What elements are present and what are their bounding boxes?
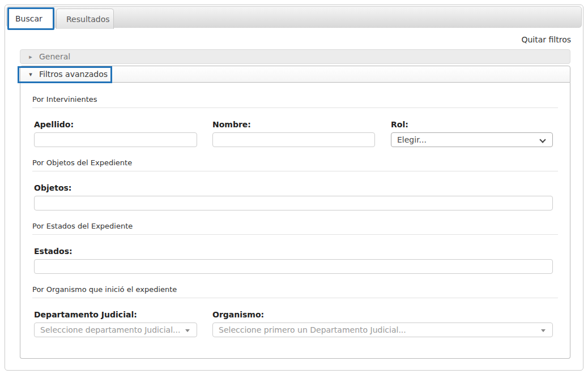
apellido-field-group: Apellido: xyxy=(34,108,197,147)
tab-buscar-label: Buscar xyxy=(15,14,42,23)
organismo-select[interactable]: Seleccione primero un Departamento Judic… xyxy=(212,323,553,337)
accordion-filtros-label: Filtros avanzados xyxy=(39,70,108,79)
estados-field-group: Estados: xyxy=(34,247,553,274)
chevron-down-icon xyxy=(539,136,546,143)
departamento-placeholder: Seleccione departamento Judicial... xyxy=(40,325,180,334)
tab-bar: Buscar Resultados xyxy=(6,6,582,28)
dropdown-arrow-icon xyxy=(541,329,546,332)
nombre-field-group: Nombre: xyxy=(212,108,375,147)
dropdown-arrow-icon xyxy=(185,329,190,332)
nombre-label: Nombre: xyxy=(212,120,375,129)
apellido-label: Apellido: xyxy=(34,120,197,129)
organismo-field-group: Organismo: Seleccione primero un Departa… xyxy=(212,298,553,337)
organismo-fields-row: Departamento Judicial: Seleccione depart… xyxy=(34,298,558,337)
accordion-header-filtros-avanzados[interactable]: ▾ Filtros avanzados xyxy=(20,66,570,83)
tab-resultados-label: Resultados xyxy=(66,15,110,24)
departamento-field-group: Departamento Judicial: Seleccione depart… xyxy=(34,298,197,337)
tab-resultados[interactable]: Resultados xyxy=(56,8,114,29)
group-title-intervinientes: Por Intervinientes xyxy=(32,95,558,108)
apellido-input[interactable] xyxy=(34,132,197,147)
chevron-down-icon: ▾ xyxy=(27,71,34,78)
filtros-avanzados-panel: Por Intervinientes Apellido: Nombre: Rol… xyxy=(20,83,570,359)
accordion-general-label: General xyxy=(39,52,70,61)
objetos-label: Objetos: xyxy=(34,183,553,192)
departamento-judicial-select[interactable]: Seleccione departamento Judicial... xyxy=(34,323,197,337)
estados-input[interactable] xyxy=(34,259,553,274)
estados-label: Estados: xyxy=(34,247,553,256)
organismo-label: Organismo: xyxy=(212,310,553,319)
nombre-input[interactable] xyxy=(212,132,375,147)
tab-buscar[interactable]: Buscar xyxy=(7,7,54,30)
quitar-filtros-link[interactable]: Quitar filtros xyxy=(521,35,571,44)
accordion-header-general[interactable]: ▸ General xyxy=(20,49,570,64)
intervinientes-fields-row: Apellido: Nombre: Rol: Elegir... xyxy=(34,108,558,147)
rol-select[interactable]: Elegir... xyxy=(391,132,553,147)
group-title-organismo: Por Organismo que inició el expediente xyxy=(32,285,558,298)
rol-label: Rol: xyxy=(391,120,553,129)
group-title-estados: Por Estados del Expediente xyxy=(32,222,558,235)
search-widget: Buscar Resultados Quitar filtros ▸ Gener… xyxy=(5,5,583,371)
objetos-input[interactable] xyxy=(34,196,553,210)
departamento-judicial-label: Departamento Judicial: xyxy=(34,310,197,319)
objetos-field-group: Objetos: xyxy=(34,183,553,210)
rol-field-group: Rol: Elegir... xyxy=(391,108,553,147)
chevron-right-icon: ▸ xyxy=(27,54,34,60)
rol-selected-value: Elegir... xyxy=(397,135,427,144)
organismo-placeholder: Seleccione primero un Departamento Judic… xyxy=(219,325,406,334)
group-title-objetos: Por Objetos del Expediente xyxy=(32,158,558,171)
